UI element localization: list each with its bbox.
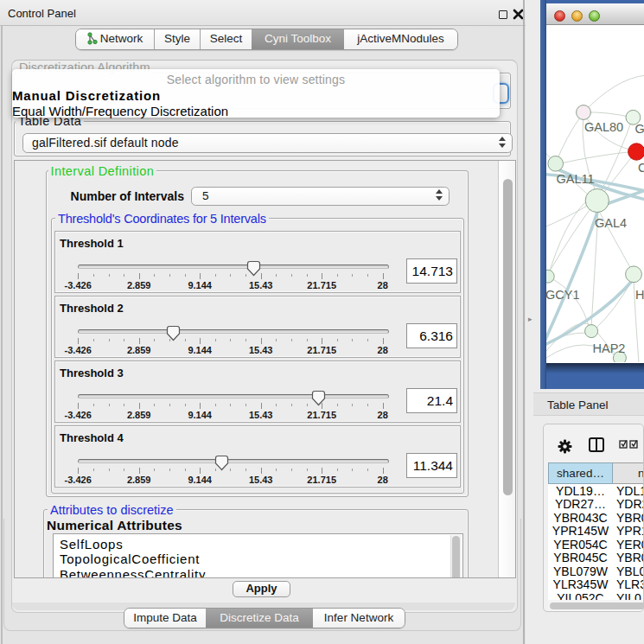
svg-text:GA: GA: [635, 122, 644, 136]
svg-text:GAL11: GAL11: [557, 172, 595, 186]
svg-text:HAP2: HAP2: [593, 341, 626, 355]
svg-text:H: H: [635, 288, 644, 302]
svg-text:GAL4: GAL4: [595, 216, 627, 230]
svg-text:GAL80: GAL80: [584, 120, 623, 134]
svg-text:C: C: [638, 161, 644, 175]
svg-text:GCY1: GCY1: [546, 288, 580, 302]
